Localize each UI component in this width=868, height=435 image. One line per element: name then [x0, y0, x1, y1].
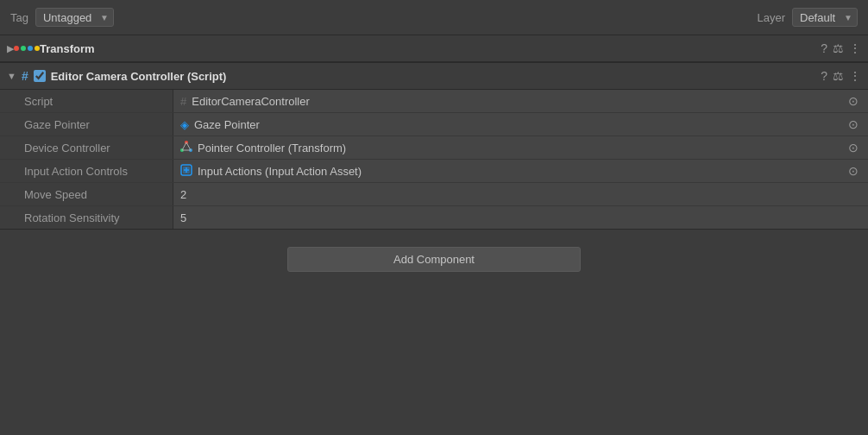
move-speed-value: 2: [180, 188, 861, 201]
label-rotation: Rotation Sensitivity: [0, 208, 173, 228]
transform-title: Transform: [40, 42, 815, 55]
bottom-area: Add Component: [0, 230, 868, 435]
property-row-device: Device Controller Pointer Controller (Tr…: [0, 136, 868, 160]
transform-more-icon[interactable]: ⋮: [849, 41, 861, 55]
top-bar: Tag Untagged ▼ Layer Default ▼: [0, 0, 868, 35]
transform-icon: [19, 41, 35, 56]
svg-line-3: [182, 142, 186, 150]
add-component-button[interactable]: Add Component: [287, 247, 581, 272]
script-actions: ? ⚖ ⋮: [821, 69, 861, 83]
label-script: Script: [0, 91, 173, 111]
label-input-action: Input Action Controls: [0, 161, 173, 181]
tag-label: Tag: [10, 11, 28, 24]
rotation-value: 5: [180, 211, 861, 224]
transform-section-header: ▶ Transform ? ⚖ ⋮: [0, 35, 868, 62]
property-row-gaze: Gaze Pointer ◈ Gaze Pointer ⊙: [0, 113, 868, 136]
layer-label: Layer: [757, 11, 785, 24]
transform-toggle[interactable]: ▶: [7, 43, 14, 54]
label-device: Device Controller: [0, 138, 173, 158]
input-action-value-text: Input Actions (Input Action Asset): [198, 165, 840, 178]
transform-actions: ? ⚖ ⋮: [821, 41, 861, 55]
script-picker-btn[interactable]: ⊙: [846, 93, 861, 109]
gaze-value-text: Gaze Pointer: [194, 118, 840, 131]
inspector-panel: Tag Untagged ▼ Layer Default ▼ ▶ Tran: [0, 0, 868, 435]
script-icon: #: [180, 95, 186, 108]
properties-section: Script # EditorCameraController ⊙ Gaze P…: [0, 90, 868, 230]
script-section-header: ▼ # Editor Camera Controller (Script) ? …: [0, 62, 868, 90]
layer-dropdown-wrapper[interactable]: Default ▼: [792, 8, 858, 27]
value-rotation[interactable]: 5: [173, 206, 868, 229]
script-title: Editor Camera Controller (Script): [51, 70, 816, 83]
property-row-input-action: Input Action Controls Input Actions (Inp…: [0, 160, 868, 183]
transform-settings-icon[interactable]: ⚖: [833, 41, 844, 55]
gaze-picker-btn[interactable]: ⊙: [846, 117, 861, 132]
gaze-icon: ◈: [180, 118, 189, 131]
tag-dropdown-wrapper[interactable]: Untagged ▼: [35, 8, 114, 27]
property-row-script: Script # EditorCameraController ⊙: [0, 90, 868, 113]
property-row-rotation: Rotation Sensitivity 5: [0, 206, 868, 229]
script-help-icon[interactable]: ?: [821, 69, 827, 83]
transform-help-icon[interactable]: ?: [821, 41, 827, 55]
input-action-picker-btn[interactable]: ⊙: [846, 163, 861, 179]
value-input-action[interactable]: Input Actions (Input Action Asset) ⊙: [173, 160, 868, 182]
value-device[interactable]: Pointer Controller (Transform) ⊙: [173, 136, 868, 159]
script-toggle[interactable]: ▼: [7, 71, 16, 81]
label-gaze: Gaze Pointer: [0, 115, 173, 135]
property-row-move-speed: Move Speed 2: [0, 183, 868, 206]
device-picker-btn[interactable]: ⊙: [846, 140, 861, 155]
svg-line-4: [186, 142, 191, 150]
script-value-text: EditorCameraController: [192, 95, 840, 108]
layer-dropdown[interactable]: Default: [792, 8, 858, 27]
label-move-speed: Move Speed: [0, 185, 173, 205]
input-action-icon: [180, 164, 192, 179]
value-script[interactable]: # EditorCameraController ⊙: [173, 90, 868, 112]
script-more-icon[interactable]: ⋮: [849, 69, 861, 83]
device-icon: [180, 141, 192, 155]
device-value-text: Pointer Controller (Transform): [198, 142, 840, 154]
value-gaze[interactable]: ◈ Gaze Pointer ⊙: [173, 113, 868, 136]
value-move-speed[interactable]: 2: [173, 183, 868, 205]
script-enabled-checkbox[interactable]: [34, 70, 46, 82]
tag-dropdown[interactable]: Untagged: [35, 8, 114, 27]
script-settings-icon[interactable]: ⚖: [833, 69, 844, 83]
script-hash-badge: #: [22, 69, 28, 83]
